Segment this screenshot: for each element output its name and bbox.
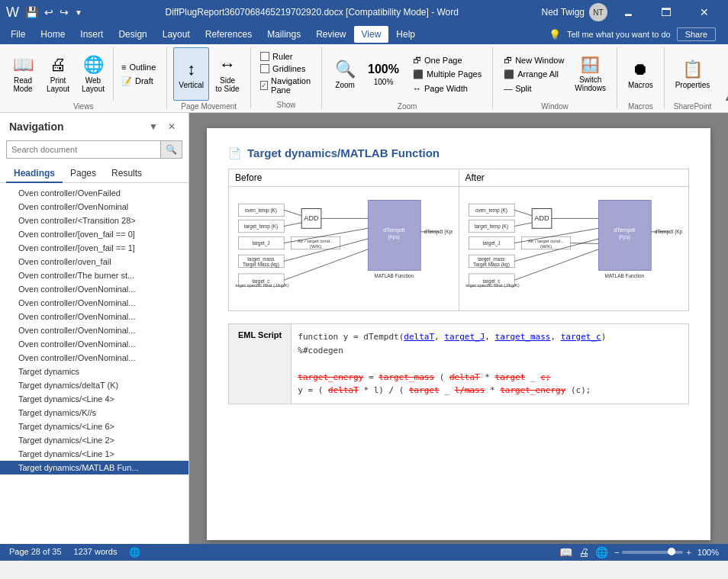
outline-button[interactable]: ≡ Outline bbox=[117, 61, 160, 73]
quick-access-undo[interactable]: ↩ bbox=[44, 6, 53, 18]
menu-layout[interactable]: Layout bbox=[155, 26, 198, 43]
zoom-slider-thumb bbox=[668, 548, 675, 555]
nav-item-19[interactable]: Target dynamics/<Line 1> bbox=[0, 447, 188, 461]
web-layout-button[interactable]: 🌐 WebLayout bbox=[76, 47, 110, 101]
arrange-all-icon: ⬛ bbox=[504, 69, 514, 79]
nav-item-1[interactable]: Oven controller/OvenNominal bbox=[0, 200, 188, 214]
vertical-button[interactable]: ↕ Vertical bbox=[173, 47, 209, 101]
nav-item-2[interactable]: Oven controller/<Transition 28> bbox=[0, 214, 188, 227]
print-view-icon[interactable]: 🖨 bbox=[578, 546, 589, 558]
tab-headings[interactable]: Headings bbox=[6, 165, 63, 183]
ribbon-collapse-button[interactable]: ▲ bbox=[720, 89, 728, 106]
ribbon-group-views: 📖 ReadMode 🖨 PrintLayout 🌐 WebLayout ≡ O… bbox=[0, 47, 167, 109]
print-layout-button[interactable]: 🖨 PrintLayout bbox=[41, 47, 75, 101]
tab-results[interactable]: Results bbox=[104, 165, 150, 183]
page-width-button[interactable]: ↔ Page Width bbox=[408, 82, 486, 95]
nav-item-20[interactable]: Target dynamics/MATLAB Fun... bbox=[0, 461, 188, 474]
read-mode-button[interactable]: 📖 ReadMode bbox=[6, 47, 40, 101]
share-button[interactable]: Share bbox=[677, 27, 716, 41]
one-page-button[interactable]: 🗗 One Page bbox=[408, 54, 486, 66]
menu-home[interactable]: Home bbox=[33, 26, 72, 43]
zoom-button[interactable]: 🔍 Zoom bbox=[328, 47, 362, 101]
before-header: Before bbox=[229, 169, 459, 187]
properties-button[interactable]: 📋 Properties bbox=[671, 47, 715, 101]
menu-mailings[interactable]: Mailings bbox=[259, 26, 308, 43]
code-param3: target_mass bbox=[495, 332, 551, 342]
ribbon-group-window: 🗗 New Window ⬛ Arrange All — Split 🪟 Swi… bbox=[493, 47, 617, 109]
web-view-icon[interactable]: 🌐 bbox=[595, 546, 608, 558]
new-window-label: New Window bbox=[515, 56, 564, 65]
user-info: Ned Twigg NT bbox=[542, 3, 607, 21]
tell-me-text[interactable]: Tell me what you want to do bbox=[567, 30, 671, 39]
minimize-button[interactable]: 🗕 bbox=[610, 0, 646, 24]
split-button[interactable]: — Split bbox=[499, 82, 569, 95]
menu-help[interactable]: Help bbox=[388, 26, 423, 43]
ribbon-group-sharepoint: 📋 Properties SharePoint bbox=[665, 47, 721, 109]
tab-pages[interactable]: Pages bbox=[63, 165, 104, 183]
zoom-100-label: 100% bbox=[374, 78, 394, 86]
nav-item-13[interactable]: Target dynamics bbox=[0, 365, 188, 378]
zoom-out-button[interactable]: − bbox=[614, 548, 619, 557]
nav-item-10[interactable]: Oven controller/OvenNominal... bbox=[0, 323, 188, 337]
multiple-pages-button[interactable]: ⬛ Multiple Pages bbox=[408, 68, 486, 81]
nav-item-11[interactable]: Oven controller/OvenNominal... bbox=[0, 337, 188, 351]
close-button[interactable]: ✕ bbox=[687, 0, 722, 24]
svg-text:Target Mass (kg): Target Mass (kg) bbox=[243, 262, 279, 268]
word-icon: W bbox=[6, 5, 19, 21]
side-to-side-button[interactable]: ↔ Sideto Side bbox=[211, 47, 244, 101]
menu-file[interactable]: File bbox=[3, 26, 33, 43]
nav-item-0[interactable]: Oven controller/OvenFailed bbox=[0, 186, 188, 200]
nav-item-9[interactable]: Oven controller/OvenNominal... bbox=[0, 310, 188, 323]
new-window-icon: 🗗 bbox=[504, 56, 512, 65]
draft-button[interactable]: 📝 Draft bbox=[117, 75, 160, 88]
nav-item-7[interactable]: Oven controller/OvenNominal... bbox=[0, 282, 188, 296]
maximize-button[interactable]: 🗖 bbox=[649, 0, 684, 24]
quick-access-more[interactable]: ▼ bbox=[75, 8, 82, 17]
ribbon: 📖 ReadMode 🖨 PrintLayout 🌐 WebLayout ≡ O… bbox=[0, 44, 728, 113]
menu-insert[interactable]: Insert bbox=[72, 26, 111, 43]
nav-pane-options-button[interactable]: ▼ bbox=[146, 119, 161, 134]
navigation-pane-cb bbox=[260, 81, 268, 90]
nav-item-3[interactable]: Oven controller/[oven_fail == 0] bbox=[0, 227, 188, 241]
code-c2: (c); bbox=[571, 385, 591, 395]
ruler-cb bbox=[260, 52, 269, 61]
search-button[interactable]: 🔍 bbox=[160, 141, 182, 158]
code-eq1: = bbox=[369, 372, 378, 382]
nav-item-18[interactable]: Target dynamics/<Line 2> bbox=[0, 433, 188, 447]
gridlines-checkbox[interactable]: Gridlines bbox=[257, 63, 315, 74]
read-view-icon[interactable]: 📖 bbox=[559, 546, 572, 558]
switch-windows-button[interactable]: 🪟 SwitchWindows bbox=[570, 47, 610, 101]
zoom-100-button[interactable]: 100% 100% bbox=[363, 47, 404, 101]
user-avatar: NT bbox=[589, 3, 607, 21]
navigation-pane-checkbox[interactable]: Navigation Pane bbox=[257, 76, 315, 95]
menu-design[interactable]: Design bbox=[111, 26, 154, 43]
nav-item-4[interactable]: Oven controller/[oven_fail == 1] bbox=[0, 241, 188, 255]
quick-access-save[interactable]: 💾 bbox=[25, 6, 38, 18]
arrange-all-button[interactable]: ⬛ Arrange All bbox=[499, 68, 569, 81]
ruler-checkbox[interactable]: Ruler bbox=[257, 51, 315, 62]
zoom-slider[interactable] bbox=[622, 551, 683, 554]
nav-item-12[interactable]: Oven controller/OvenNominal... bbox=[0, 351, 188, 365]
show-buttons: Ruler Gridlines Navigation Pane bbox=[257, 47, 315, 99]
nav-pane-close-button[interactable]: ✕ bbox=[164, 119, 179, 134]
nav-item-5[interactable]: Oven controller/oven_fail bbox=[0, 255, 188, 269]
search-input[interactable] bbox=[7, 145, 160, 154]
nav-item-15[interactable]: Target dynamics/<Line 4> bbox=[0, 392, 188, 406]
eml-section: EML Script function y = dTempdt(deltaT, … bbox=[228, 323, 689, 404]
quick-access-redo[interactable]: ↪ bbox=[60, 6, 69, 18]
nav-item-8[interactable]: Oven controller/OvenNominal... bbox=[0, 296, 188, 310]
nav-item-6[interactable]: Oven controller/The burner st... bbox=[0, 269, 188, 282]
menu-references[interactable]: References bbox=[198, 26, 259, 43]
nav-item-14[interactable]: Target dynamics/deltaT (K) bbox=[0, 378, 188, 392]
new-window-button[interactable]: 🗗 New Window bbox=[499, 54, 569, 66]
zoom-in-button[interactable]: + bbox=[686, 548, 691, 557]
svg-text:dTempdt: dTempdt bbox=[383, 227, 404, 233]
macros-button[interactable]: ⏺ Macros bbox=[623, 47, 658, 101]
menu-view[interactable]: View bbox=[354, 26, 389, 43]
read-mode-icon: 📖 bbox=[13, 55, 34, 75]
menu-review[interactable]: Review bbox=[308, 26, 353, 43]
vertical-label: Vertical bbox=[179, 81, 204, 89]
nav-item-16[interactable]: Target dynamics/K//s bbox=[0, 406, 188, 420]
nav-item-17[interactable]: Target dynamics/<Line 6> bbox=[0, 420, 188, 433]
username: Ned Twigg bbox=[542, 7, 585, 18]
